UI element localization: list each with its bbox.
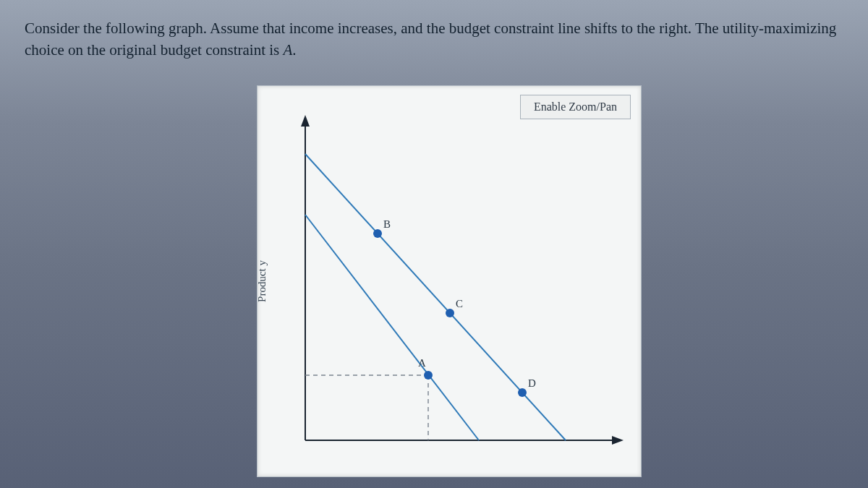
budget-constraint-graph: A B C D [291,108,631,469]
point-A-label: A [418,357,426,369]
point-D [518,388,527,397]
point-C [446,309,454,317]
graph-container: Enable Zoom/Pan Product y A B C D [257,85,642,477]
point-C-label: C [456,298,463,309]
point-B-label: B [383,218,391,230]
point-D-label: D [528,377,536,389]
point-A [424,371,433,380]
svg-marker-3 [612,436,624,445]
point-B [373,229,382,238]
question-text: Consider the following graph. Assume tha… [0,0,868,61]
budget-line-shifted [305,154,566,440]
svg-marker-1 [301,115,310,127]
y-axis-label: Product y [256,260,268,302]
